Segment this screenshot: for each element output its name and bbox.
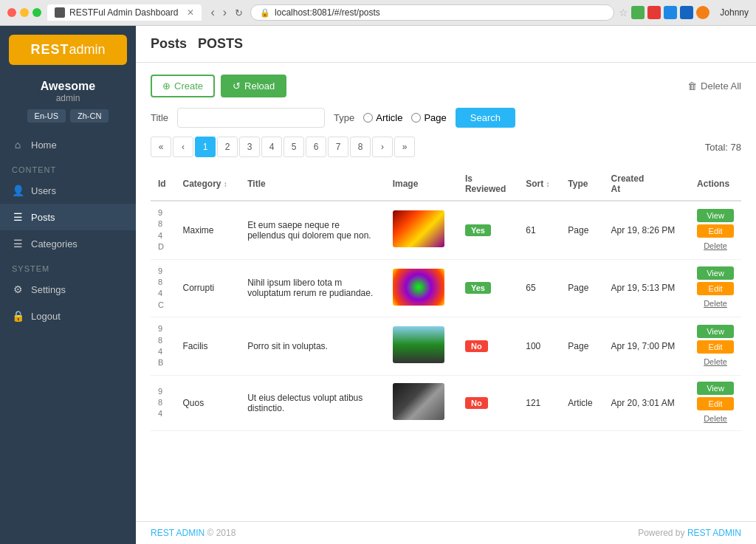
delete-all-button[interactable]: 🗑 Delete All (687, 80, 741, 92)
radio-article-label: Article (376, 112, 402, 123)
cell-title: Ut eius delectus volupt atibus distincti… (240, 375, 385, 430)
col-image: Image (385, 168, 458, 201)
view-button[interactable]: View (697, 209, 734, 222)
sidebar-item-settings[interactable]: ⚙ Settings (0, 276, 136, 303)
page-8-button[interactable]: 8 (350, 137, 371, 157)
sidebar-item-categories[interactable]: ☰ Categories (0, 230, 136, 257)
sidebar-item-logout[interactable]: 🔒 Logout (0, 303, 136, 329)
page-title: Posts POSTS (151, 36, 741, 52)
sidebar-nav: ⌂ Home CONTENT 👤 Users ☰ Posts ☰ Categor… (0, 131, 136, 544)
browser-tab[interactable]: RESTFul Admin Dashboard ✕ (47, 4, 202, 21)
footer-brand-link[interactable]: REST ADMIN (151, 528, 205, 538)
edit-button[interactable]: Edit (697, 340, 734, 354)
delete-row-button[interactable]: Delete (697, 297, 734, 309)
page-3-button[interactable]: 3 (239, 137, 260, 157)
cell-category: Maxime (175, 201, 240, 259)
radio-article-input[interactable] (363, 113, 373, 123)
reload-button[interactable]: ↺ Reload (221, 75, 286, 97)
page-5-button[interactable]: 5 (284, 137, 304, 157)
cell-title: Porro sit in voluptas. (240, 317, 385, 376)
table-header-row: Id Category ↕ Title Image IsReviewed Sor… (151, 168, 741, 201)
sidebar: REST admin Awesome admin En-US Zh-CN ⌂ H… (0, 26, 136, 544)
type-filter-label: Type (334, 112, 354, 123)
forward-button[interactable]: › (220, 4, 230, 21)
thumbnail-image (393, 326, 444, 363)
sort-sort-icon[interactable]: ↕ (546, 180, 550, 188)
view-button[interactable]: View (697, 325, 734, 338)
footer-left: REST ADMIN © 2018 (151, 528, 236, 538)
plus-icon: ⊕ (162, 80, 171, 92)
title-filter-label: Title (151, 112, 168, 123)
lang-en-button[interactable]: En-US (27, 109, 66, 123)
tab-title: RESTFul Admin Dashboard (69, 7, 178, 18)
footer-powered-link[interactable]: REST ADMIN (687, 528, 741, 538)
address-bar[interactable]: 🔒 localhost:8081/#/rest/posts (250, 4, 614, 21)
sidebar-item-posts[interactable]: ☰ Posts (0, 204, 136, 230)
data-table: Id Category ↕ Title Image IsReviewed Sor… (151, 168, 741, 431)
delete-row-button[interactable]: Delete (697, 240, 734, 252)
sidebar-item-posts-label: Posts (31, 212, 55, 223)
sidebar-item-users[interactable]: 👤 Users (0, 177, 136, 204)
search-button[interactable]: Search (456, 108, 515, 128)
ext2-icon (647, 6, 661, 19)
star-icon[interactable]: ☆ (619, 7, 628, 18)
edit-button[interactable]: Edit (697, 224, 734, 238)
radio-page[interactable]: Page (411, 112, 446, 123)
ext5-icon (696, 6, 709, 19)
minimize-dot (20, 8, 29, 17)
ext4-icon (680, 6, 693, 19)
cell-is-reviewed: Yes (458, 259, 518, 317)
page-7-button[interactable]: 7 (328, 137, 348, 157)
title-filter-input[interactable] (177, 108, 325, 128)
home-icon: ⌂ (12, 139, 24, 151)
page-next-button[interactable]: › (372, 137, 393, 157)
col-type: Type (560, 168, 603, 201)
ext1-icon (631, 6, 645, 19)
main-header: Posts POSTS (136, 26, 756, 63)
view-button[interactable]: View (697, 266, 734, 280)
sidebar-logo: REST admin (9, 35, 127, 65)
create-button[interactable]: ⊕ Create (151, 75, 215, 97)
page-2-button[interactable]: 2 (217, 137, 238, 157)
col-is-reviewed: IsReviewed (458, 168, 518, 201)
cell-sort: 121 (518, 375, 560, 430)
browser-dots (7, 8, 41, 17)
cell-id: 984C (151, 259, 175, 317)
page-6-button[interactable]: 6 (306, 137, 326, 157)
cell-actions: View Edit Delete (690, 375, 741, 430)
page-4-button[interactable]: 4 (261, 137, 282, 157)
cell-type: Article (560, 375, 603, 430)
sidebar-item-home[interactable]: ⌂ Home (0, 131, 136, 158)
sidebar-section-system: SYSTEM (0, 257, 136, 276)
reload-browser-button[interactable]: ↻ (232, 4, 246, 21)
page-1-button[interactable]: 1 (195, 137, 216, 157)
cell-created-at: Apr 19, 7:00 PM (604, 317, 690, 376)
url-text: localhost:8081/#/rest/posts (275, 7, 380, 18)
radio-page-input[interactable] (411, 113, 421, 123)
page-prev-button[interactable]: ‹ (173, 137, 193, 157)
delete-row-button[interactable]: Delete (697, 413, 734, 424)
view-button[interactable]: View (697, 382, 734, 395)
page-last-button[interactable]: » (394, 137, 415, 157)
reviewed-badge: No (465, 340, 488, 352)
cell-sort: 61 (518, 201, 560, 259)
cell-created-at: Apr 19, 5:13 PM (604, 259, 690, 317)
tab-close-icon[interactable]: ✕ (187, 7, 194, 18)
footer-powered-text: Powered by (638, 528, 687, 538)
delete-row-button[interactable]: Delete (697, 356, 734, 368)
thumbnail-image (393, 269, 444, 306)
toolbar: ⊕ Create ↺ Reload 🗑 Delete All (151, 75, 741, 97)
sidebar-langs: En-US Zh-CN (0, 109, 136, 123)
edit-button[interactable]: Edit (697, 282, 734, 295)
back-button[interactable]: ‹ (207, 4, 217, 21)
cell-created-at: Apr 19, 8:26 PM (604, 201, 690, 259)
table-row: 984B Facilis Porro sit in voluptas. No 1… (151, 317, 741, 376)
cell-created-at: Apr 20, 3:01 AM (604, 375, 690, 430)
lang-zh-button[interactable]: Zh-CN (70, 109, 109, 123)
radio-article[interactable]: Article (363, 112, 402, 123)
edit-button[interactable]: Edit (697, 397, 734, 410)
browser-user: Johnny (720, 7, 749, 18)
page-first-button[interactable]: « (151, 137, 171, 157)
category-sort-icon[interactable]: ↕ (224, 180, 227, 188)
type-radio-group: Article Page (363, 112, 447, 123)
